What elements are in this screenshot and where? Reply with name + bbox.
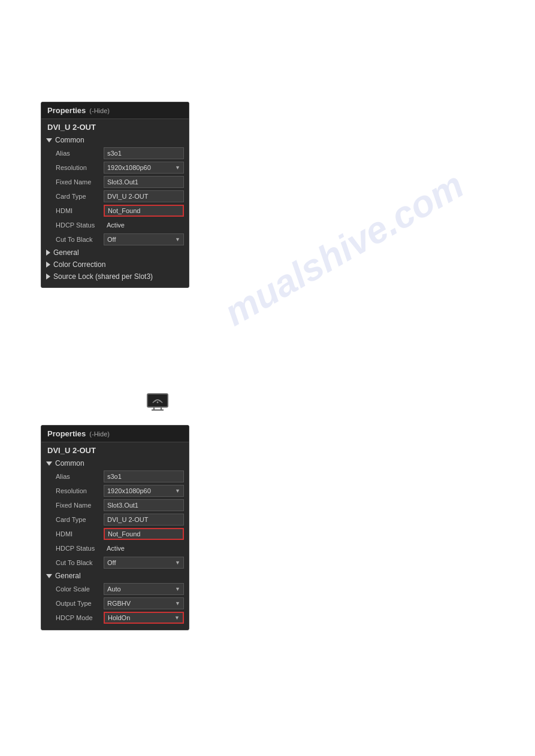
properties-panel-2: Properties (-Hide) DVI_U 2-OUT Common Al… <box>41 425 189 630</box>
cut-to-black-arrow-2: ▼ <box>175 560 180 566</box>
cut-to-black-select-1[interactable]: Off ▼ <box>104 233 184 245</box>
general-section-toggle-1[interactable]: General <box>41 247 189 259</box>
watermark: mualshive.com <box>217 163 470 334</box>
prop-resolution-1: Resolution 1920x1080p60 ▼ <box>41 160 189 175</box>
cut-to-black-value-1: Off <box>107 236 116 243</box>
card-type-label-2: Card Type <box>56 516 104 523</box>
common-label-2: Common <box>55 459 84 467</box>
prop-output-type-2: Output Type RGBHV ▼ <box>41 596 189 611</box>
resolution-arrow-2: ▼ <box>175 488 180 494</box>
output-type-value-2: RGBHV <box>107 600 131 607</box>
prop-color-scale-2: Color Scale Auto ▼ <box>41 582 189 596</box>
hdcp-mode-label-2: HDCP Mode <box>56 614 104 621</box>
prop-hdcp-mode-2: HDCP Mode HoldOn ▼ <box>41 611 189 625</box>
prop-hdcp-status-1: HDCP Status Active <box>41 218 189 232</box>
prop-alias-2: Alias s3o1 <box>41 469 189 484</box>
prop-fixed-name-2: Fixed Name Slot3.Out1 <box>41 498 189 512</box>
card-type-value-2: DVI_U 2-OUT <box>104 514 184 526</box>
color-correction-expand-icon-1 <box>46 262 50 268</box>
prop-card-type-1: Card Type DVI_U 2-OUT <box>41 189 189 204</box>
cut-to-black-select-2[interactable]: Off ▼ <box>104 557 184 569</box>
hdcp-status-value-2: Active <box>104 542 184 554</box>
general-expand-icon-2 <box>46 574 52 578</box>
color-correction-label-1: Color Correction <box>53 260 105 269</box>
general-label-2: General <box>55 572 81 580</box>
color-scale-label-2: Color Scale <box>56 585 104 593</box>
hdmi-label-2: HDMI <box>56 530 104 538</box>
general-label-1: General <box>53 248 79 257</box>
fixed-name-label-2: Fixed Name <box>56 502 104 509</box>
panel-2-hide[interactable]: (-Hide) <box>89 430 110 438</box>
panel-2-header: Properties (-Hide) <box>41 426 189 442</box>
prop-fixed-name-1: Fixed Name Slot3.Out1 <box>41 175 189 189</box>
output-type-select-2[interactable]: RGBHV ▼ <box>104 597 184 609</box>
common-expand-icon-2 <box>46 462 52 466</box>
common-section-toggle-1[interactable]: Common <box>41 134 189 146</box>
card-type-label-1: Card Type <box>56 193 104 200</box>
fixed-name-value-1[interactable]: Slot3.Out1 <box>104 176 184 188</box>
cut-to-black-label-1: Cut To Black <box>56 236 104 243</box>
svg-rect-0 <box>147 394 168 407</box>
svg-point-4 <box>157 402 159 403</box>
source-lock-label-1: Source Lock (shared per Slot3) <box>53 272 153 281</box>
hdcp-mode-select-2[interactable]: HoldOn ▼ <box>104 612 184 624</box>
prop-hdmi-2: HDMI Not_Found <box>41 527 189 541</box>
alias-label-2: Alias <box>56 473 104 480</box>
common-label-1: Common <box>55 136 84 144</box>
card-type-value-1: DVI_U 2-OUT <box>104 190 184 202</box>
output-type-label-2: Output Type <box>56 600 104 607</box>
color-scale-select-2[interactable]: Auto ▼ <box>104 583 184 595</box>
panel-2-device: DVI_U 2-OUT <box>41 442 189 457</box>
color-scale-value-2: Auto <box>107 585 121 593</box>
fixed-name-value-2[interactable]: Slot3.Out1 <box>104 499 184 511</box>
resolution-label-2: Resolution <box>56 487 104 494</box>
cut-to-black-label-2: Cut To Black <box>56 559 104 566</box>
panel-1-header: Properties (-Hide) <box>41 102 189 119</box>
prop-hdcp-status-2: HDCP Status Active <box>41 541 189 555</box>
general-section-toggle-2[interactable]: General <box>41 570 189 582</box>
prop-cut-to-black-1: Cut To Black Off ▼ <box>41 232 189 247</box>
cut-to-black-arrow-1: ▼ <box>175 236 180 242</box>
alias-label-1: Alias <box>56 150 104 157</box>
prop-card-type-2: Card Type DVI_U 2-OUT <box>41 512 189 527</box>
panel-1-device: DVI_U 2-OUT <box>41 119 189 134</box>
fixed-name-label-1: Fixed Name <box>56 178 104 186</box>
hdcp-status-value-1: Active <box>104 219 184 231</box>
hdcp-status-label-2: HDCP Status <box>56 545 104 552</box>
hdcp-mode-value-2: HoldOn <box>108 614 130 621</box>
resolution-value-2: 1920x1080p60 <box>107 487 151 494</box>
resolution-arrow-1: ▼ <box>175 165 180 171</box>
properties-panel-1: Properties (-Hide) DVI_U 2-OUT Common Al… <box>41 102 189 288</box>
panel-1-title: Properties <box>47 106 86 115</box>
common-expand-icon-1 <box>46 138 52 142</box>
hdmi-value-1: Not_Found <box>104 205 184 217</box>
alias-value-2[interactable]: s3o1 <box>104 470 184 482</box>
hdmi-value-2: Not_Found <box>104 528 184 540</box>
panel-2-title: Properties <box>47 429 86 438</box>
panel-1-hide[interactable]: (-Hide) <box>89 107 110 114</box>
source-lock-expand-icon-1 <box>46 274 50 280</box>
cut-to-black-value-2: Off <box>107 559 116 566</box>
prop-resolution-2: Resolution 1920x1080p60 ▼ <box>41 484 189 498</box>
resolution-value-1: 1920x1080p60 <box>107 164 151 171</box>
prop-cut-to-black-2: Cut To Black Off ▼ <box>41 555 189 570</box>
color-correction-section-toggle-1[interactable]: Color Correction <box>41 259 189 271</box>
prop-hdmi-1: HDMI Not_Found <box>41 204 189 218</box>
monitor-icon-wrapper <box>147 393 168 413</box>
source-lock-section-toggle-1[interactable]: Source Lock (shared per Slot3) <box>41 271 189 283</box>
resolution-select-1[interactable]: 1920x1080p60 ▼ <box>104 162 184 174</box>
hdcp-mode-arrow-2: ▼ <box>174 615 180 621</box>
prop-alias-1: Alias s3o1 <box>41 146 189 160</box>
hdcp-status-label-1: HDCP Status <box>56 221 104 229</box>
color-scale-arrow-2: ▼ <box>175 586 180 592</box>
output-type-arrow-2: ▼ <box>175 600 180 606</box>
resolution-select-2[interactable]: 1920x1080p60 ▼ <box>104 485 184 497</box>
general-expand-icon-1 <box>46 250 50 256</box>
resolution-label-1: Resolution <box>56 164 104 171</box>
common-section-toggle-2[interactable]: Common <box>41 457 189 469</box>
alias-value-1[interactable]: s3o1 <box>104 147 184 159</box>
monitor-icon <box>147 393 168 411</box>
hdmi-label-1: HDMI <box>56 207 104 214</box>
